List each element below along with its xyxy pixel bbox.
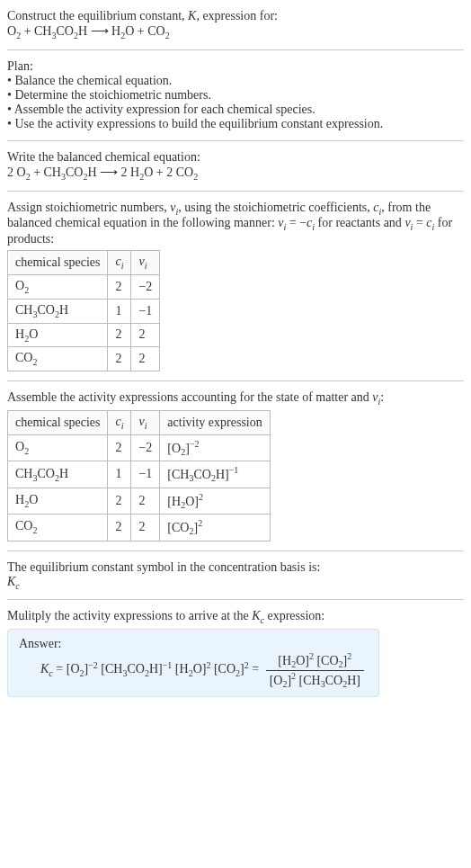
table-row: CH3CO2H 1 −1	[8, 299, 160, 323]
divider	[7, 191, 464, 192]
plan-section: Plan: • Balance the chemical equation. •…	[7, 54, 464, 137]
prompt-text-a: Construct the equilibrium constant,	[7, 9, 188, 22]
species-co2: CO2	[176, 166, 198, 179]
species-co2: CO2	[147, 24, 169, 38]
cell-nu: 2	[131, 515, 160, 541]
col-activity: activity expression	[160, 410, 270, 434]
table-row: H2O 2 2	[8, 323, 160, 347]
species-ch3co2h: CH3CO2H	[44, 166, 97, 179]
table-row: O2 2 −2 [O2]−2	[8, 434, 271, 461]
final-intro: Mulitply the activity expressions to arr…	[7, 609, 464, 625]
cell-species: O2	[8, 274, 108, 299]
stoich-table: chemical species ci νi O2 2 −2 CH3CO2H 1…	[7, 250, 160, 371]
species-h2o: H2O	[111, 24, 134, 38]
denominator: [O2]2 [CH3CO2H]	[266, 671, 364, 689]
cell-activity: [CH3CO2H]−1	[160, 461, 270, 488]
table-header-row: chemical species ci νi activity expressi…	[8, 410, 271, 434]
symbol-line: The equilibrium constant symbol in the c…	[7, 560, 464, 575]
cell-species: H2O	[8, 488, 108, 514]
K-symbol: K	[188, 9, 196, 22]
table-row: CO2 2 2	[8, 347, 160, 371]
cell-activity: [CO2]2	[160, 515, 270, 541]
plus-2: +	[138, 24, 147, 38]
table-header-row: chemical species ci νi	[8, 251, 160, 275]
activity-title: Assemble the activity expressions accoun…	[7, 390, 464, 407]
plus-1: +	[24, 24, 34, 38]
cell-nu: 2	[131, 323, 160, 347]
plan-item-4: • Use the activity expressions to build …	[7, 117, 464, 131]
coef-2: 2	[7, 166, 17, 179]
balanced-equation: 2 O2 + CH3CO2H ⟶ 2 H2O + 2 CO2	[7, 165, 464, 182]
cell-ci: 2	[108, 488, 131, 514]
divider	[7, 599, 464, 600]
plan-title: Plan:	[7, 59, 464, 74]
numerator: [H2O]2 [CO2]2	[266, 651, 364, 670]
cell-nu: 2	[131, 347, 160, 371]
cell-nu: −2	[131, 434, 160, 461]
cell-species: CO2	[8, 515, 108, 541]
plan-item-1: • Balance the chemical equation.	[7, 74, 464, 88]
cell-ci: 1	[108, 299, 131, 323]
col-nu: νi	[131, 251, 160, 275]
plan-item-2: • Determine the stoichiometric numbers.	[7, 88, 464, 103]
divider	[7, 140, 464, 141]
species-o2: O2	[17, 166, 31, 179]
prompt-text-b: , expression for:	[196, 9, 278, 22]
cell-species: CH3CO2H	[8, 299, 108, 323]
divider	[7, 380, 464, 381]
cell-species: CH3CO2H	[8, 461, 108, 488]
cell-ci: 1	[108, 461, 131, 488]
fraction: [H2O]2 [CO2]2 [O2]2 [CH3CO2H]	[266, 651, 364, 689]
table-row: CH3CO2H 1 −1 [CH3CO2H]−1	[8, 461, 271, 488]
cell-activity: [H2O]2	[160, 488, 270, 514]
final-section: Mulitply the activity expressions to arr…	[7, 604, 464, 702]
cell-species: O2	[8, 434, 108, 461]
species-h2o: H2O	[130, 166, 153, 179]
cell-species: H2O	[8, 323, 108, 347]
stoich-section: Assign stoichiometric numbers, νi, using…	[7, 195, 464, 378]
stoich-intro: Assign stoichiometric numbers, νi, using…	[7, 201, 464, 247]
Kc-symbol: Kc	[7, 575, 464, 591]
col-species: chemical species	[8, 251, 108, 275]
col-nu: νi	[131, 410, 160, 434]
cell-ci: 2	[108, 515, 131, 541]
prompt-header: Construct the equilibrium constant, K, e…	[7, 4, 464, 46]
prompt-line1: Construct the equilibrium constant, K, e…	[7, 9, 464, 23]
table-row: O2 2 −2	[8, 274, 160, 299]
answer-expression: Kc = [O2]−2 [CH3CO2H]−1 [H2O]2 [CO2]2 = …	[19, 651, 368, 689]
symbol-section: The equilibrium constant symbol in the c…	[7, 555, 464, 596]
divider	[7, 550, 464, 551]
coef-2: 2	[166, 166, 176, 179]
col-ci: ci	[108, 251, 131, 275]
balanced-title: Write the balanced chemical equation:	[7, 150, 464, 165]
cell-activity: [O2]−2	[160, 434, 270, 461]
balanced-section: Write the balanced chemical equation: 2 …	[7, 145, 464, 187]
table-row: H2O 2 2 [H2O]2	[8, 488, 271, 514]
cell-ci: 2	[108, 347, 131, 371]
coef-2: 2	[121, 166, 131, 179]
answer-box: Answer: Kc = [O2]−2 [CH3CO2H]−1 [H2O]2 […	[7, 629, 379, 697]
answer-label: Answer:	[19, 637, 368, 651]
cell-ci: 2	[108, 323, 131, 347]
plan-item-3: • Assemble the activity expression for e…	[7, 103, 464, 117]
activity-section: Assemble the activity expressions accoun…	[7, 385, 464, 546]
divider	[7, 49, 464, 50]
cell-nu: 2	[131, 488, 160, 514]
col-species: chemical species	[8, 410, 108, 434]
cell-nu: −1	[131, 299, 160, 323]
cell-ci: 2	[108, 434, 131, 461]
species-o2: O2	[7, 24, 21, 38]
arrow: ⟶	[91, 24, 112, 38]
cell-nu: −2	[131, 274, 160, 299]
unbalanced-equation: O2 + CH3CO2H ⟶ H2O + CO2	[7, 23, 464, 40]
cell-species: CO2	[8, 347, 108, 371]
activity-table: chemical species ci νi activity expressi…	[7, 410, 271, 541]
table-row: CO2 2 2 [CO2]2	[8, 515, 271, 541]
col-ci: ci	[108, 410, 131, 434]
cell-ci: 2	[108, 274, 131, 299]
species-ch3co2h: CH3CO2H	[34, 24, 87, 38]
cell-nu: −1	[131, 461, 160, 488]
